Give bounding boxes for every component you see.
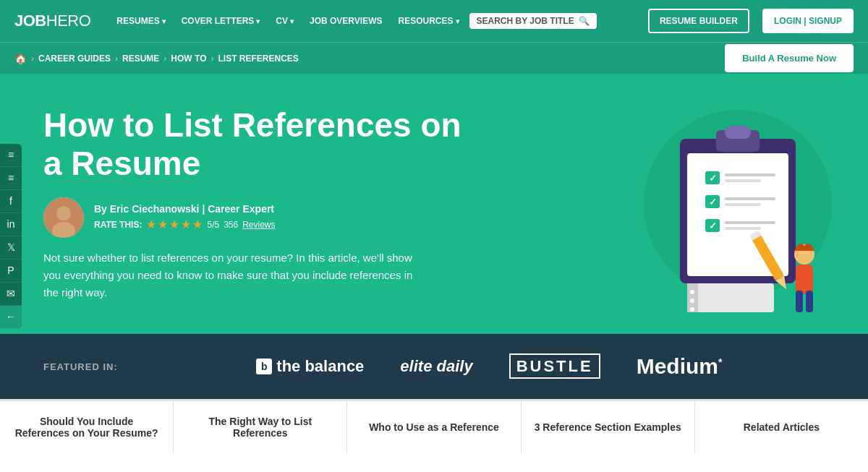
svg-rect-15 — [725, 203, 761, 206]
breadcrumb-list-references[interactable]: LIST REFERENCES — [218, 53, 298, 64]
nav-resources-label: RESOURCES — [399, 16, 454, 26]
breadcrumb-home-icon[interactable]: 🏠 — [14, 53, 27, 64]
svg-rect-11 — [725, 179, 761, 182]
search-area[interactable]: SEARCH BY JOB TITLE 🔍 — [469, 13, 597, 29]
logo-bold: JOB — [14, 12, 46, 30]
nav-resumes-label: RESUMES — [116, 16, 159, 26]
breadcrumb-resume[interactable]: RESUME — [122, 53, 159, 64]
social-menu-icon[interactable]: ≡ — [0, 144, 22, 167]
nav-links: RESUMES ▾ COVER LETTERS ▾ CV ▾ JOB OVERV… — [111, 12, 635, 30]
search-label: SEARCH BY JOB TITLE — [477, 16, 574, 26]
breadcrumb-how-to[interactable]: HOW TO — [171, 53, 206, 64]
star-2: ★ — [158, 218, 168, 231]
tab-right-way[interactable]: The Right Way to List References — [174, 401, 347, 453]
bottom-tabs: Should You Include References on Your Re… — [0, 399, 868, 453]
tab-related-articles[interactable]: Related Articles — [695, 401, 868, 453]
star-4: ★ — [181, 218, 191, 231]
svg-rect-31 — [806, 291, 813, 312]
nav-resources-chevron: ▾ — [456, 17, 459, 25]
logo-light: HERO — [46, 12, 91, 30]
navbar: JOBHERO RESUMES ▾ COVER LETTERS ▾ CV ▾ J… — [0, 0, 868, 42]
social-email-icon[interactable]: ✉ — [0, 283, 22, 306]
social-pinterest-icon[interactable]: P — [0, 259, 22, 283]
breadcrumb-sep-1: › — [115, 53, 118, 64]
svg-text:✓: ✓ — [709, 197, 717, 207]
social-list-icon[interactable]: ≡ — [0, 167, 22, 190]
nav-cover-letters[interactable]: COVER LETTERS ▾ — [176, 12, 266, 30]
tab-right-way-label: The Right Way to List References — [185, 416, 335, 439]
hero-description: Not sure whether to list references on y… — [43, 249, 420, 301]
nav-cv-label: CV — [276, 16, 288, 26]
nav-job-overviews-label: JOB OVERVIEWS — [310, 16, 382, 26]
author-info: By Eric Ciechanowski | Career Expert RAT… — [94, 203, 276, 231]
medium-logo: Medium* — [637, 354, 723, 379]
svg-rect-23 — [687, 283, 774, 312]
hero-content: How to List References on a Resume By Er… — [43, 106, 477, 301]
hero-section: How to List References on a Resume By Er… — [0, 74, 868, 334]
the-balance-logo: b the balance — [256, 357, 364, 376]
breadcrumb: 🏠 › CAREER GUIDES › RESUME › HOW TO › LI… — [14, 53, 725, 64]
hero-illustration: ✓ ✓ ✓ — [593, 95, 839, 327]
search-icon: 🔍 — [579, 16, 590, 26]
svg-point-27 — [690, 307, 694, 312]
social-facebook-icon[interactable]: f — [0, 190, 22, 213]
nav-job-overviews[interactable]: JOB OVERVIEWS — [304, 12, 388, 30]
breadcrumb-bar: 🏠 › CAREER GUIDES › RESUME › HOW TO › LI… — [0, 42, 868, 74]
reviews-link[interactable]: Reviews — [242, 220, 275, 230]
svg-rect-14 — [725, 197, 775, 200]
social-linkedin-icon[interactable]: in — [0, 213, 22, 236]
the-balance-text: the balance — [276, 357, 364, 376]
star-3: ★ — [169, 218, 179, 231]
logo[interactable]: JOBHERO — [14, 12, 90, 30]
svg-rect-30 — [796, 291, 803, 312]
featured-logos: b the balance elite daily BUSTLE Medium* — [154, 354, 825, 379]
svg-point-1 — [56, 206, 71, 220]
bustle-text: BUSTLE — [509, 353, 600, 379]
star-rating[interactable]: ★ ★ ★ ★ ★ — [146, 218, 203, 231]
social-back-icon[interactable]: ← — [0, 306, 22, 329]
the-balance-icon: b — [256, 359, 272, 374]
nav-resources[interactable]: RESOURCES ▾ — [393, 12, 465, 30]
breadcrumb-career-guides[interactable]: CAREER GUIDES — [38, 53, 111, 64]
tab-who-to-use-label: Who to Use as a Reference — [369, 421, 499, 433]
tab-include-references[interactable]: Should You Include References on Your Re… — [0, 401, 174, 453]
svg-point-25 — [690, 290, 694, 294]
tab-section-examples[interactable]: 3 Reference Section Examples — [522, 401, 695, 453]
nav-resumes[interactable]: RESUMES ▾ — [111, 12, 171, 30]
nav-cover-letters-chevron: ▾ — [256, 17, 260, 25]
avatar-image — [43, 197, 84, 238]
author-row: By Eric Ciechanowski | Career Expert RAT… — [43, 197, 477, 238]
elite-daily-logo: elite daily — [400, 357, 472, 376]
avatar — [43, 197, 84, 238]
nav-cv-chevron: ▾ — [290, 17, 294, 25]
nav-cv[interactable]: CV ▾ — [270, 12, 299, 30]
rating-row: RATE THIS: ★ ★ ★ ★ ★ 5/5 356 Reviews — [94, 218, 276, 231]
bustle-logo: BUSTLE — [509, 357, 600, 376]
svg-point-26 — [690, 299, 694, 303]
review-count: 356 — [224, 220, 238, 230]
rating-value: 5/5 — [207, 220, 219, 230]
svg-rect-29 — [796, 265, 813, 293]
featured-bar: FEATURED IN: b the balance elite daily B… — [0, 334, 868, 399]
breadcrumb-sep-0: › — [31, 53, 34, 64]
star-5: ★ — [192, 218, 203, 231]
svg-text:✓: ✓ — [709, 173, 717, 184]
tab-related-articles-label: Related Articles — [744, 421, 820, 433]
svg-rect-18 — [725, 221, 775, 224]
breadcrumb-sep-3: › — [210, 53, 213, 64]
social-twitter-icon[interactable]: 𝕏 — [0, 236, 22, 259]
svg-rect-19 — [725, 227, 761, 230]
build-resume-button[interactable]: Build A Resume Now — [725, 44, 854, 72]
tab-section-examples-label: 3 Reference Section Examples — [535, 421, 681, 433]
social-sidebar: ≡ ≡ f in 𝕏 P ✉ ← — [0, 144, 22, 329]
medium-text: Medium* — [637, 354, 723, 378]
rate-label: RATE THIS: — [94, 220, 142, 230]
svg-rect-6 — [725, 126, 751, 139]
nav-cover-letters-label: COVER LETTERS — [182, 16, 255, 26]
tab-who-to-use[interactable]: Who to Use as a Reference — [347, 401, 521, 453]
login-button[interactable]: LOGIN | SIGNUP — [762, 9, 854, 33]
breadcrumb-sep-2: › — [163, 53, 166, 64]
svg-text:✓: ✓ — [709, 220, 717, 231]
resume-builder-button[interactable]: RESUME BUILDER — [648, 9, 749, 33]
elite-daily-text: elite daily — [400, 357, 472, 375]
